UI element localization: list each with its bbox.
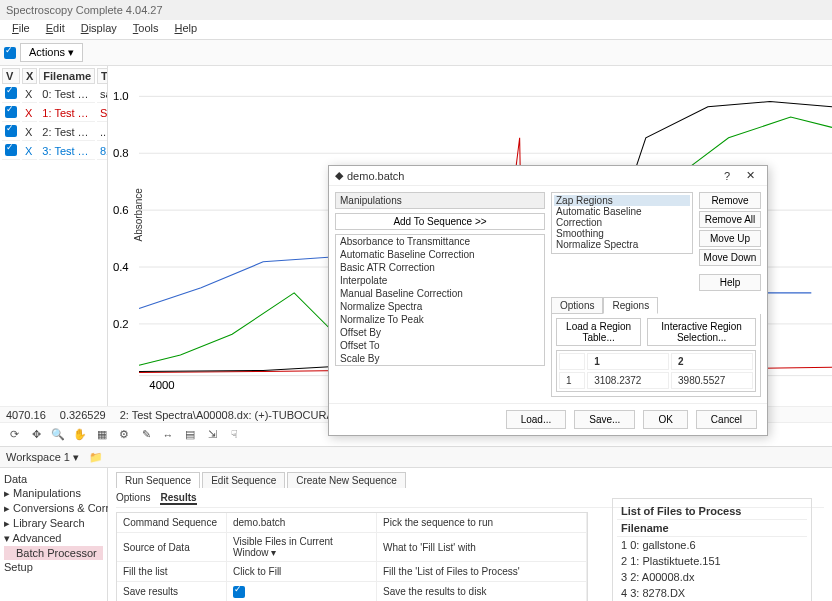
subtab-options[interactable]: Options [116,492,150,505]
file-table[interactable]: V X Filename Title X0: Test Sp...sa...X1… [0,66,108,162]
export-icon[interactable]: ⇲ [204,427,220,443]
tab-regions[interactable]: Regions [603,297,658,314]
tab-options[interactable]: Options [551,297,603,314]
load-region-table-button[interactable]: Load a Region Table... [556,318,641,346]
cursor-x: 4070.16 [6,409,46,421]
region-val-2[interactable]: 3980.5527 [671,372,753,389]
menu-edit[interactable]: Edit [38,20,73,39]
region-col-1: 1 [587,353,669,370]
batch-dialog: ◆ demo.batch ? ✕ Manipulations Add To Se… [328,165,768,436]
manipulations-label: Manipulations [335,192,545,209]
tree-setup[interactable]: Setup [4,560,103,574]
region-col-2: 2 [671,353,753,370]
tab-edit-sequence[interactable]: Edit Sequence [202,472,285,488]
move-down-button[interactable]: Move Down [699,249,761,266]
menu-tools[interactable]: Tools [125,20,167,39]
table-row[interactable]: X1: Test Sp...Sa... [2,105,108,122]
tree-conversions[interactable]: ▸ Conversions & Corrections [4,501,103,516]
table-row[interactable]: X0: Test Sp...sa... [2,86,108,103]
close-icon[interactable]: ✕ [740,169,761,182]
tree-data[interactable]: Data [4,472,103,486]
nav-tree[interactable]: Data ▸ Manipulations ▸ Conversions & Cor… [0,468,108,601]
add-to-sequence-button[interactable]: Add To Sequence >> [335,213,545,230]
remove-all-button[interactable]: Remove All [699,211,761,228]
hand-icon[interactable]: ☟ [226,427,242,443]
menu-file[interactable]: File [4,20,38,39]
list-item[interactable]: Scale By [336,352,544,365]
col-title[interactable]: Title [97,68,108,84]
list-item[interactable]: Automatic Baseline Correction [336,248,544,261]
menu-help[interactable]: Help [166,20,205,39]
list-item[interactable]: Offset By [336,326,544,339]
list-item[interactable]: Absorbance to Transmittance [336,235,544,248]
table-row[interactable]: X2: Test Sp...... [2,124,108,141]
chevron-down-icon: ▾ [68,46,74,58]
workspace-bar: Workspace 1 ▾ 📁 [0,446,832,468]
folder-icon[interactable]: 📁 [89,451,103,464]
checkbox-icon[interactable] [4,47,16,59]
tab-run-sequence[interactable]: Run Sequence [116,472,200,488]
actions-dropdown[interactable]: Actions ▾ [20,43,83,62]
svg-text:0.8: 0.8 [113,147,129,159]
col-x[interactable]: X [22,68,37,84]
refresh-icon[interactable]: ⟳ [6,427,22,443]
svg-text:1.0: 1.0 [113,91,129,103]
load-button[interactable]: Load... [506,410,567,429]
list-item[interactable]: Automatic Baseline Correction [554,206,690,228]
menu-display[interactable]: Display [73,20,125,39]
list-item[interactable]: Basic ATR Correction [336,261,544,274]
window-title: Spectroscopy Complete 4.04.27 [0,0,832,20]
edit-icon[interactable]: ✎ [138,427,154,443]
tree-library-search[interactable]: ▸ Library Search [4,516,103,531]
help-button[interactable]: Help [699,274,761,291]
region-val-1[interactable]: 3108.2372 [587,372,669,389]
list-item[interactable]: Interpolate [336,274,544,287]
ok-button[interactable]: OK [643,410,687,429]
measure-icon[interactable]: ↔ [160,427,176,443]
manipulations-list[interactable]: Absorbance to TransmittanceAutomatic Bas… [335,234,545,366]
regions-pane: Load a Region Table... Interactive Regio… [551,314,761,397]
files-header: List of Files to Process [617,503,807,520]
tree-advanced[interactable]: ▾ Advanced [4,531,103,546]
sequence-list[interactable]: Zap RegionsAutomatic Baseline Correction… [551,192,693,254]
dialog-footer: Load... Save... OK Cancel [329,403,767,435]
table-row[interactable]: X3: Test Sp...8278 [2,143,108,160]
move-up-button[interactable]: Move Up [699,230,761,247]
settings-icon[interactable]: ⚙ [116,427,132,443]
list-item[interactable]: 2 1: Plastiktuete.151 [617,553,807,569]
chart-icon[interactable]: ▦ [94,427,110,443]
cancel-button[interactable]: Cancel [696,410,757,429]
pan-icon[interactable]: ✋ [72,427,88,443]
batch-options-grid[interactable]: Command Sequencedemo.batchPick the seque… [116,512,588,601]
workspace-selector[interactable]: Workspace 1 ▾ [6,451,79,464]
tree-batch-processor[interactable]: Batch Processor [4,546,103,560]
list-item[interactable]: Manual Baseline Correction [336,287,544,300]
files-col: Filename [617,520,807,537]
list-item[interactable]: 3 2: A00008.dx [617,569,807,585]
list-item[interactable]: Zap Regions [554,195,690,206]
col-v[interactable]: V [2,68,20,84]
svg-text:0.4: 0.4 [113,261,129,273]
list-item[interactable]: Normalize Spectra [554,239,690,250]
list-item[interactable]: Normalize To Peak [336,313,544,326]
help-icon[interactable]: ? [718,170,736,182]
list-item[interactable]: Smoothing [554,228,690,239]
cursor-icon[interactable]: ✥ [28,427,44,443]
files-to-process[interactable]: List of Files to Process Filename 1 0: g… [612,498,812,601]
zoom-icon[interactable]: 🔍 [50,427,66,443]
subtab-results[interactable]: Results [160,492,196,505]
list-item[interactable]: Scale To [336,365,544,366]
list-item[interactable]: Offset To [336,339,544,352]
region-table[interactable]: 12 13108.23723980.5527 [556,350,756,392]
grid-icon[interactable]: ▤ [182,427,198,443]
interactive-region-button[interactable]: Interactive Region Selection... [647,318,756,346]
col-filename[interactable]: Filename [39,68,95,84]
list-item[interactable]: Normalize Spectra [336,300,544,313]
list-item[interactable]: 1 0: gallstone.6 [617,537,807,553]
tab-create-sequence[interactable]: Create New Sequence [287,472,406,488]
tree-manipulations[interactable]: ▸ Manipulations [4,486,103,501]
svg-text:0.6: 0.6 [113,204,129,216]
list-item[interactable]: 4 3: 8278.DX [617,585,807,601]
save-button[interactable]: Save... [574,410,635,429]
remove-button[interactable]: Remove [699,192,761,209]
